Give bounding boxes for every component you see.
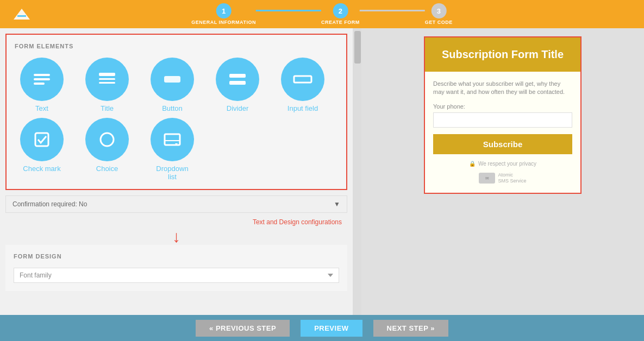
- form-phone-input[interactable]: [433, 112, 572, 128]
- svg-rect-11: [229, 81, 246, 85]
- step-1-circle: 1: [216, 3, 232, 18]
- step-line-2: [360, 10, 425, 11]
- elements-row-1: Text Title Button: [15, 58, 338, 112]
- left-panel: FORM ELEMENTS Text Title: [0, 28, 353, 315]
- step-2-label: CREATE FORM: [321, 20, 360, 25]
- svg-rect-9: [164, 76, 180, 83]
- svg-rect-2: [17, 15, 26, 17]
- element-input-label: Input field: [287, 104, 318, 112]
- scrollbar[interactable]: [353, 28, 361, 315]
- config-note: Text and Design configurations: [5, 216, 347, 229]
- form-design-title: FORM DESIGN: [14, 253, 339, 260]
- confirmation-dropdown[interactable]: Confirmation required: No ▼: [5, 195, 347, 213]
- form-branding: ✉ Atomic SMS Service: [433, 172, 572, 185]
- element-button[interactable]: Button: [145, 58, 199, 112]
- svg-point-14: [101, 133, 114, 146]
- form-privacy: 🔒 We respect your privacy: [433, 161, 572, 167]
- form-subscribe-button[interactable]: Subscribe: [433, 134, 572, 154]
- element-divider-label: Divider: [227, 104, 248, 112]
- scrollbar-thumb[interactable]: [354, 31, 361, 64]
- element-title-label: Title: [101, 104, 114, 112]
- form-description: Describe what your subscriber will get, …: [433, 80, 572, 97]
- element-text-label: Text: [35, 104, 48, 112]
- step-2[interactable]: 2 CREATE FORM: [321, 3, 360, 25]
- confirmation-label: Confirmation required: No: [12, 200, 87, 208]
- form-preview: Subscription Form Title Describe what yo…: [424, 36, 582, 194]
- element-dropdown[interactable]: Dropdownlist: [145, 118, 199, 181]
- element-choice-label: Choice: [96, 165, 118, 173]
- dropdown-circle: [151, 118, 194, 161]
- header: 1 GENERAL INFORMATION 2 CREATE FORM 3 GE…: [0, 0, 644, 28]
- element-input-field[interactable]: Input field: [276, 58, 330, 112]
- divider-circle: [216, 58, 259, 101]
- svg-rect-12: [294, 76, 311, 83]
- element-text[interactable]: Text: [15, 58, 69, 112]
- font-family-select[interactable]: Font family: [14, 268, 339, 283]
- logo: [11, 4, 33, 24]
- branding-logo: ✉: [479, 173, 495, 184]
- config-arrow: ↓: [5, 229, 347, 245]
- step-2-circle: 2: [333, 3, 348, 18]
- form-design-section: FORM DESIGN Font family: [5, 245, 347, 291]
- elements-grid: Text Title Button: [15, 58, 338, 181]
- element-button-label: Button: [162, 104, 183, 112]
- step-3-circle: 3: [431, 3, 446, 18]
- svg-rect-13: [35, 133, 48, 146]
- privacy-text: We respect your privacy: [478, 161, 536, 167]
- svg-rect-8: [99, 82, 115, 84]
- element-title[interactable]: Title: [80, 58, 134, 112]
- svg-rect-4: [34, 78, 50, 80]
- lock-icon: 🔒: [469, 161, 476, 167]
- svg-rect-10: [229, 74, 246, 78]
- button-circle: [151, 58, 194, 101]
- element-choice[interactable]: Choice: [80, 118, 134, 181]
- element-dropdown-label: Dropdownlist: [156, 165, 188, 181]
- next-step-button[interactable]: NEXT STEP »: [373, 320, 448, 337]
- elements-row-2: Check mark Choice Dropdownlist: [15, 118, 338, 181]
- element-divider[interactable]: Divider: [210, 58, 265, 112]
- step-1-label: GENERAL INFORMATION: [191, 20, 256, 25]
- right-panel: Subscription Form Title Describe what yo…: [361, 28, 644, 315]
- svg-rect-5: [34, 83, 45, 85]
- svg-rect-6: [99, 73, 115, 76]
- form-elements-section: FORM ELEMENTS Text Title: [5, 34, 347, 190]
- step-line-1: [256, 10, 321, 11]
- input-circle: [281, 58, 324, 101]
- svg-rect-3: [34, 74, 50, 76]
- text-circle: [20, 58, 64, 101]
- form-elements-title: FORM ELEMENTS: [15, 43, 338, 49]
- confirmation-chevron: ▼: [334, 200, 340, 208]
- step-3[interactable]: 3 GET CODE: [425, 3, 453, 25]
- form-preview-body: Describe what your subscriber will get, …: [425, 72, 580, 193]
- step-1[interactable]: 1 GENERAL INFORMATION: [191, 3, 256, 25]
- footer: « PREVIOUS STEP PREVIEW NEXT STEP »: [0, 315, 644, 341]
- element-checkmark[interactable]: Check mark: [15, 118, 69, 181]
- form-phone-label: Your phone:: [433, 103, 572, 110]
- form-title: Subscription Form Title: [433, 48, 572, 61]
- preview-button[interactable]: PREVIEW: [301, 320, 362, 337]
- checkmark-circle: [20, 118, 64, 161]
- previous-step-button[interactable]: « PREVIOUS STEP: [196, 320, 290, 337]
- step-3-label: GET CODE: [425, 20, 453, 25]
- element-checkmark-label: Check mark: [23, 165, 60, 173]
- branding-text: Atomic SMS Service: [498, 172, 526, 185]
- main-content: FORM ELEMENTS Text Title: [0, 28, 644, 315]
- form-preview-header: Subscription Form Title: [425, 37, 580, 72]
- choice-circle: [85, 118, 129, 161]
- title-circle: [85, 58, 129, 101]
- steps-container: 1 GENERAL INFORMATION 2 CREATE FORM 3 GE…: [191, 3, 453, 25]
- svg-rect-7: [99, 78, 115, 80]
